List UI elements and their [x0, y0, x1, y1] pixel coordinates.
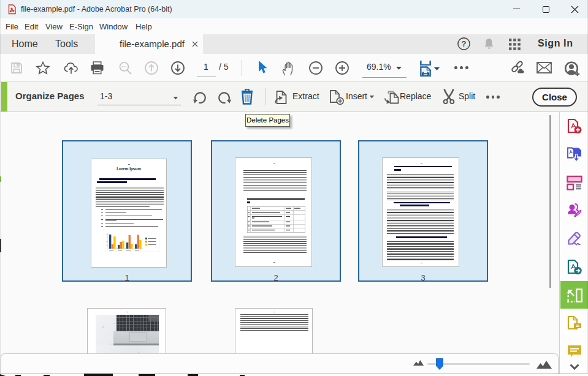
svg-text:?: ?	[462, 39, 467, 48]
